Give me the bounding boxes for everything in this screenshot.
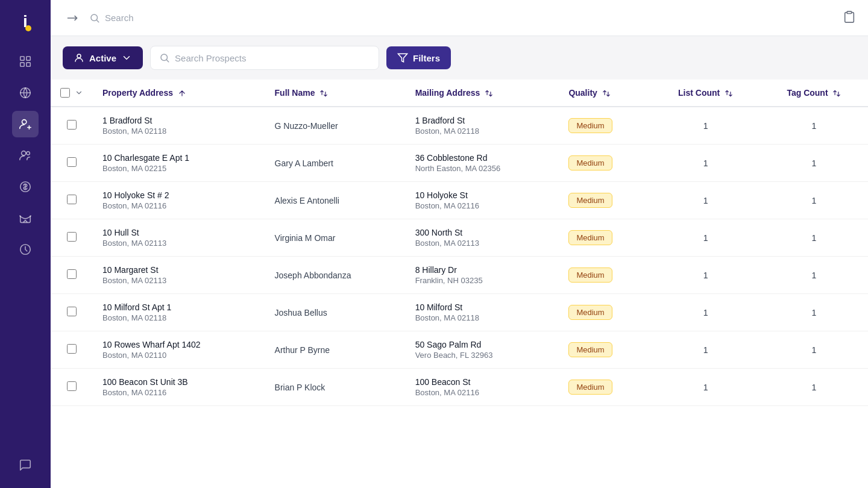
quality-badge-1: Medium bbox=[568, 155, 612, 170]
col-quality[interactable]: Quality bbox=[559, 80, 651, 107]
property-address-line2-4: Boston, MA 02113 bbox=[102, 276, 256, 285]
mailing-address-cell-4: 8 Hillary Dr Franklin, NH 03235 bbox=[406, 257, 559, 294]
property-address-cell-3: 10 Hull St Boston, MA 02113 bbox=[93, 219, 265, 257]
tag-count-cell-3: 1 bbox=[760, 219, 868, 257]
property-address-line1-1: 10 Charlesgate E Apt 1 bbox=[102, 153, 256, 163]
row-checkbox-cell bbox=[51, 219, 93, 257]
active-label: Active bbox=[89, 53, 116, 63]
active-button[interactable]: Active bbox=[63, 46, 143, 69]
mailing-address-line2-1: North Easton, MA 02356 bbox=[415, 164, 550, 173]
row-checkbox-4[interactable] bbox=[67, 269, 77, 279]
collapse-button[interactable] bbox=[63, 8, 82, 28]
property-address-line1-0: 1 Bradford St bbox=[102, 116, 256, 125]
sidebar-item-history[interactable] bbox=[12, 236, 39, 263]
search-prospects-icon bbox=[159, 52, 170, 63]
table-row: 1 Bradford St Boston, MA 02118 G Nuzzo-M… bbox=[51, 107, 868, 145]
search-icon bbox=[89, 13, 100, 23]
sort-asc-icon bbox=[178, 89, 186, 98]
sidebar-item-dashboard[interactable] bbox=[12, 48, 39, 75]
row-checkbox-7[interactable] bbox=[67, 381, 77, 391]
tag-count-cell-2: 1 bbox=[760, 182, 868, 219]
quality-badge-7: Medium bbox=[568, 380, 612, 395]
table-row: 10 Rowes Wharf Apt 1402 Boston, MA 02110… bbox=[51, 331, 868, 369]
sidebar-item-contacts[interactable] bbox=[12, 142, 39, 169]
mailing-address-line2-3: Boston, MA 02113 bbox=[415, 239, 550, 248]
filter-icon bbox=[397, 52, 408, 63]
mailing-address-line1-1: 36 Cobblestone Rd bbox=[415, 153, 550, 163]
full-name-cell-3: Virginia M Omar bbox=[265, 219, 406, 257]
table-row: 10 Hull St Boston, MA 02113 Virginia M O… bbox=[51, 219, 868, 257]
topbar-clipboard[interactable] bbox=[843, 10, 856, 26]
sidebar: i bbox=[0, 0, 51, 488]
quality-badge-0: Medium bbox=[568, 118, 612, 133]
property-address-cell-1: 10 Charlesgate E Apt 1 Boston, MA 02215 bbox=[93, 145, 265, 182]
sort-both-icon-5 bbox=[832, 89, 841, 98]
sort-both-icon-1 bbox=[319, 89, 328, 98]
property-address-cell-7: 100 Beacon St Unit 3B Boston, MA 02116 bbox=[93, 369, 265, 406]
property-address-cell-4: 10 Margaret St Boston, MA 02113 bbox=[93, 257, 265, 294]
mailing-address-line2-4: Franklin, NH 03235 bbox=[415, 276, 550, 285]
svg-marker-14 bbox=[398, 54, 407, 62]
sidebar-item-globe[interactable] bbox=[12, 80, 39, 106]
property-address-cell-2: 10 Holyoke St # 2 Boston, MA 02116 bbox=[93, 182, 265, 219]
row-checkbox-cell bbox=[51, 331, 93, 369]
row-checkbox-1[interactable] bbox=[67, 157, 77, 167]
topbar: Search bbox=[51, 0, 868, 36]
full-name-cell-2: Alexis E Antonelli bbox=[265, 182, 406, 219]
col-list-count[interactable]: List Count bbox=[651, 80, 760, 107]
property-address-line2-0: Boston, MA 02118 bbox=[102, 127, 256, 136]
table-row: 10 Charlesgate E Apt 1 Boston, MA 02215 … bbox=[51, 145, 868, 182]
quality-badge-3: Medium bbox=[568, 230, 612, 245]
mailing-address-line1-3: 300 North St bbox=[415, 228, 550, 237]
row-checkbox-2[interactable] bbox=[67, 195, 77, 204]
svg-point-13 bbox=[161, 54, 168, 61]
topbar-search-label: Search bbox=[105, 13, 134, 23]
property-address-line2-5: Boston, MA 02118 bbox=[102, 313, 256, 322]
property-address-line1-5: 10 Milford St Apt 1 bbox=[102, 302, 256, 312]
row-checkbox-3[interactable] bbox=[67, 232, 77, 242]
property-address-line2-3: Boston, MA 02113 bbox=[102, 239, 256, 248]
col-tag-count[interactable]: Tag Count bbox=[760, 80, 868, 107]
col-property-address[interactable]: Property Address bbox=[93, 80, 265, 107]
svg-point-10 bbox=[91, 14, 98, 21]
row-checkbox-cell bbox=[51, 182, 93, 219]
list-count-cell-4: 1 bbox=[651, 257, 760, 294]
tag-count-cell-6: 1 bbox=[760, 331, 868, 369]
col-mailing-address[interactable]: Mailing Address bbox=[406, 80, 559, 107]
svg-point-7 bbox=[27, 152, 30, 155]
sidebar-item-prospects[interactable] bbox=[12, 111, 39, 137]
topbar-search[interactable]: Search bbox=[89, 13, 835, 23]
header-chevron-icon[interactable] bbox=[75, 89, 83, 97]
prospects-table-container: Property Address Full Name Mailing Addre… bbox=[51, 80, 868, 488]
row-checkbox-5[interactable] bbox=[67, 307, 77, 316]
select-all-checkbox[interactable] bbox=[60, 88, 70, 98]
row-checkbox-cell bbox=[51, 107, 93, 145]
quality-badge-4: Medium bbox=[568, 267, 612, 283]
list-count-cell-3: 1 bbox=[651, 219, 760, 257]
property-address-line2-2: Boston, MA 02116 bbox=[102, 201, 256, 210]
sidebar-item-chat[interactable] bbox=[12, 452, 39, 478]
row-checkbox-0[interactable] bbox=[67, 120, 77, 130]
logo-dot bbox=[25, 25, 31, 31]
mailing-address-line1-5: 10 Milford St bbox=[415, 302, 550, 312]
quality-cell-5: Medium bbox=[559, 294, 651, 331]
chevron-down-icon bbox=[121, 52, 132, 63]
table-row: 10 Milford St Apt 1 Boston, MA 02118 Jos… bbox=[51, 294, 868, 331]
row-checkbox-cell bbox=[51, 369, 93, 406]
filters-button[interactable]: Filters bbox=[386, 46, 451, 69]
main-area: Search Active Search Prospects Filters bbox=[51, 0, 868, 488]
row-checkbox-6[interactable] bbox=[67, 344, 77, 354]
search-prospects-input[interactable]: Search Prospects bbox=[150, 46, 379, 70]
full-name-cell-0: G Nuzzo-Mueller bbox=[265, 107, 406, 145]
mailing-address-cell-7: 100 Beacon St Boston, MA 02116 bbox=[406, 369, 559, 406]
sidebar-item-campaigns[interactable] bbox=[12, 205, 39, 231]
mailing-address-line2-7: Boston, MA 02116 bbox=[415, 388, 550, 397]
svg-rect-1 bbox=[27, 57, 30, 60]
full-name-cell-4: Joseph Abbondanza bbox=[265, 257, 406, 294]
sidebar-item-finance[interactable] bbox=[12, 174, 39, 200]
prospects-table: Property Address Full Name Mailing Addre… bbox=[51, 80, 868, 406]
search-prospects-placeholder: Search Prospects bbox=[175, 53, 246, 63]
col-full-name[interactable]: Full Name bbox=[265, 80, 406, 107]
select-all-header bbox=[51, 80, 93, 107]
full-name-cell-6: Arthur P Byrne bbox=[265, 331, 406, 369]
